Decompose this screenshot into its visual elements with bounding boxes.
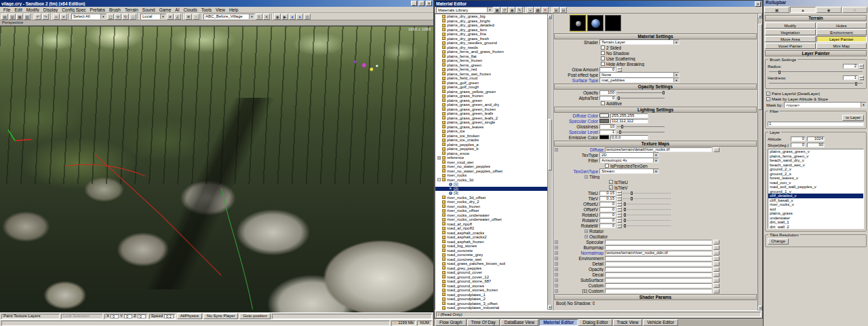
rollup-tab-objects[interactable]: ▣ xyxy=(764,7,789,13)
texture-path-field[interactable] xyxy=(605,256,712,261)
menu-item-config-spec[interactable]: Config Spec xyxy=(60,7,87,12)
browse-button[interactable]: … xyxy=(713,256,719,261)
altitude-max-field[interactable]: 1024 xyxy=(807,137,825,141)
hardness-field[interactable]: 1 xyxy=(843,75,858,80)
browse-button[interactable]: … xyxy=(713,278,719,283)
reset-material-icon[interactable]: ↺ xyxy=(501,7,508,13)
slider-thumb[interactable] xyxy=(631,192,633,195)
altitude-min-field[interactable]: 0 xyxy=(791,137,806,141)
layer-item[interactable]: dirt_wall_2 xyxy=(768,225,863,230)
checkbox[interactable]: ✓ xyxy=(609,180,613,184)
slider[interactable] xyxy=(623,223,671,228)
scroll-up-icon[interactable]: ▴ xyxy=(758,14,762,18)
rotate-icon[interactable]: ↻ xyxy=(122,14,129,20)
slider[interactable] xyxy=(617,130,665,134)
view-tab-dialog-editor[interactable]: Dialog Editor xyxy=(578,319,612,326)
delete-layer-icon[interactable]: ✕ xyxy=(263,14,270,20)
texture-path-field[interactable]: textures/terrain/river_rocks_ddn.tif xyxy=(605,251,712,255)
color-swatch[interactable] xyxy=(599,135,609,139)
slider-thumb[interactable] xyxy=(663,91,665,94)
texture-path-field[interactable] xyxy=(605,283,712,288)
menu-item-brush[interactable]: Brush xyxy=(107,7,123,12)
spin-down-icon[interactable] xyxy=(617,220,622,223)
paste-material-icon[interactable]: ⊟ xyxy=(560,7,567,13)
browse-button[interactable]: … xyxy=(713,251,719,255)
coord-system-combo[interactable]: Local▾ xyxy=(140,14,166,20)
prop-combo[interactable]: mat_pebbles▾ xyxy=(599,77,679,83)
value-field[interactable]: 0.15 xyxy=(599,191,616,196)
sandbox-titlebar[interactable]: vilage.cry - Sandbox 2 (tm) (x64 Edition… xyxy=(0,0,433,7)
value-field[interactable]: 0 xyxy=(599,96,616,101)
physics-icon[interactable]: ◉ xyxy=(274,14,281,20)
slider-thumb[interactable] xyxy=(624,219,626,222)
value-field[interactable]: 0 xyxy=(599,223,616,228)
freeze-icon[interactable]: ❄ xyxy=(185,14,192,20)
browse-button[interactable]: … xyxy=(713,283,719,288)
mask-by-combo[interactable]: <none> ▾ xyxy=(784,102,867,108)
terrain-nav-move-area[interactable]: Move Area xyxy=(765,36,816,42)
prop-combo[interactable]: Anisotropic 4x▾ xyxy=(599,158,659,163)
texture-path-field[interactable] xyxy=(605,261,712,266)
slider-thumb[interactable] xyxy=(631,197,633,200)
terrain-nav-mini-map[interactable]: Mini Map xyxy=(816,43,867,49)
checkbox[interactable] xyxy=(601,46,605,50)
terrain-rollup-caption[interactable]: Terrain xyxy=(765,15,867,21)
slider-thumb[interactable] xyxy=(855,82,857,86)
checkbox[interactable] xyxy=(605,164,609,168)
expand-icon[interactable]: + xyxy=(437,156,441,160)
layer-combo[interactable]: ABC_Before_Village▾ xyxy=(203,14,255,20)
value-field[interactable]: 0 xyxy=(599,202,616,206)
menu-item-terrain[interactable]: Terrain xyxy=(123,7,140,12)
checkbox[interactable]: ✓ xyxy=(766,97,770,101)
value-field[interactable]: 100 xyxy=(599,90,616,95)
spin-down-icon[interactable] xyxy=(617,225,622,228)
scroll-up-icon[interactable]: ▴ xyxy=(548,14,552,19)
maximize-button[interactable]: □ xyxy=(418,1,425,6)
material-preview-empty[interactable] xyxy=(605,15,621,31)
slider[interactable] xyxy=(623,218,671,223)
copy-material-icon[interactable]: ⊞ xyxy=(553,7,559,13)
texture-path-field[interactable] xyxy=(605,278,712,283)
slider-thumb[interactable] xyxy=(624,208,626,211)
snap-grid-icon[interactable]: # xyxy=(167,14,174,20)
checkbox[interactable]: ✓ xyxy=(609,185,613,189)
expand-icon[interactable]: + xyxy=(555,273,558,276)
rollup-tab-display[interactable]: ○ xyxy=(842,7,867,13)
pick-material-icon[interactable]: ✎ xyxy=(516,7,523,13)
view-tab-flow-graph[interactable]: Flow Graph xyxy=(435,319,467,326)
terrain-nav-holes[interactable]: Holes xyxy=(816,22,867,29)
value-field[interactable]: 0 xyxy=(599,213,616,217)
slider[interactable] xyxy=(623,191,671,196)
checkbox[interactable]: ✓ xyxy=(766,92,770,96)
expand-icon[interactable]: + xyxy=(555,268,558,271)
layer-list[interactable]: plains_grass_green_vplains_ferns_green_v… xyxy=(768,149,864,229)
expand-icon[interactable]: + xyxy=(555,251,558,255)
hardness-slider[interactable] xyxy=(769,82,863,86)
status-button-goto-position[interactable]: Goto position xyxy=(239,313,270,319)
slider[interactable] xyxy=(617,124,665,129)
value-field[interactable]: 1 xyxy=(599,130,616,134)
tiles-change-button[interactable]: Change xyxy=(768,238,789,244)
view-tab-material-editor[interactable]: Material Editor xyxy=(539,319,578,326)
scroll-down-icon[interactable]: ▾ xyxy=(548,305,552,310)
browse-button[interactable]: … xyxy=(713,240,719,244)
slider[interactable] xyxy=(617,96,665,101)
value-field[interactable]: 0 xyxy=(599,207,616,212)
view-tab-time-of-day[interactable]: Time Of Day xyxy=(467,319,500,326)
layer-painter-rollup-caption[interactable]: Layer Painter xyxy=(765,50,867,56)
ai-icon[interactable]: ● xyxy=(296,14,303,20)
save-material-icon[interactable]: ▦ xyxy=(534,7,541,13)
scrollbar-track[interactable] xyxy=(758,18,762,306)
unlink-icon[interactable]: ≠ xyxy=(60,14,67,20)
spinner[interactable] xyxy=(617,223,622,228)
move-icon[interactable]: ✛ xyxy=(115,14,121,20)
radius-slider[interactable] xyxy=(769,70,863,74)
save-icon[interactable]: ▦ xyxy=(16,14,23,20)
slider[interactable] xyxy=(623,196,671,201)
slider-thumb[interactable] xyxy=(624,202,626,206)
delete-material-icon[interactable]: ✕ xyxy=(542,7,549,13)
value-field[interactable]: 0 xyxy=(599,218,616,223)
texture-path-field[interactable] xyxy=(605,245,712,250)
menu-item-sound[interactable]: Sound xyxy=(140,7,157,12)
properties-scrollbar[interactable]: ▴ ▾ xyxy=(757,14,762,310)
